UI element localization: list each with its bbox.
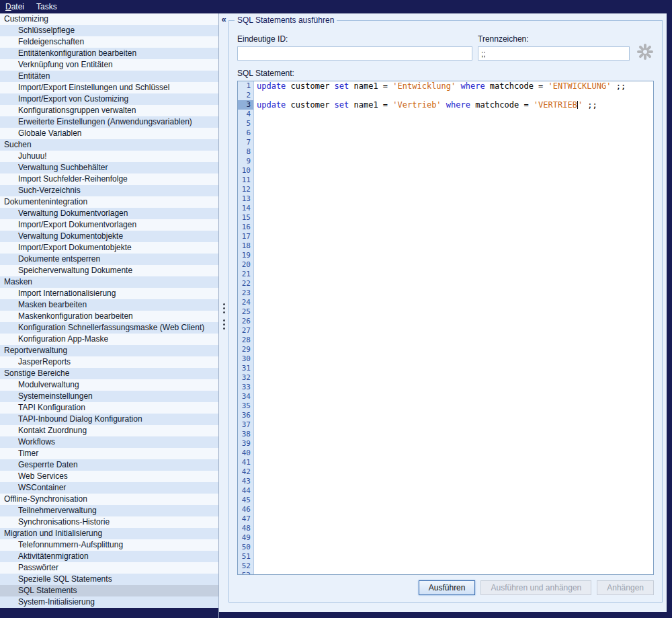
code-line [257,392,653,401]
line-number: 39 [238,439,253,449]
code-area[interactable]: update customer set name1 = 'Entwicklung… [254,81,653,574]
sql-editor[interactable]: 1234567891011121314151617181920212223242… [237,81,654,575]
sidebar-item[interactable]: Import Suchfelder-Reihenfolge [0,173,218,185]
sidebar-item[interactable]: Import/Export von Customizing [0,93,218,105]
code-line [257,260,653,270]
sidebar-item[interactable]: Kontakt Zuordnung [0,425,218,436]
sidebar-item[interactable]: Workflows [0,436,218,448]
unique-id-label: Eindeutige ID: [237,34,472,44]
sidebar-category[interactable]: Dokumentenintegration [0,196,218,208]
sidebar-item[interactable]: Speicherverwaltung Dokumente [0,265,218,276]
settings-gear-icon[interactable] [631,43,654,61]
sidebar-item[interactable]: Juhuuu! [0,151,218,162]
sidebar-category[interactable]: Migration und Initialisierung [0,528,218,539]
main-area: CustomizingSchlüsselpflegeFeldeigenschaf… [0,13,672,618]
sidebar-item[interactable]: Verwaltung Suchbehälter [0,162,218,173]
code-line [257,420,653,430]
sidebar-item[interactable]: Import/Export Dokumentobjekte [0,242,218,254]
sidebar-item[interactable]: Verwaltung Dokumentvorlagen [0,208,218,219]
collapse-sidebar-icon[interactable]: « [221,15,226,24]
code-line [257,373,653,383]
sidebar-item[interactable]: Konfiguration Schnellerfassungsmaske (We… [0,322,218,334]
sidebar-item[interactable]: Passwörter [0,562,218,574]
sidebar-item[interactable]: Konfiguration App-Maske [0,334,218,345]
sidebar-item[interactable]: Synchronisations-Historie [0,516,218,528]
sidebar-item[interactable]: Such-Verzeichnis [0,185,218,196]
sidebar-item[interactable]: Teilnehmerverwaltung [0,505,218,516]
sidebar-item[interactable]: Konfigurationsgruppen verwalten [0,105,218,116]
line-number: 5 [238,119,253,128]
line-number: 45 [238,496,253,505]
sidebar-item[interactable]: Import/Export Einstellungen und Schlüsse… [0,82,218,93]
sidebar-item[interactable]: Verwaltung Dokumentobjekte [0,231,218,242]
code-line [257,204,653,213]
line-number: 50 [238,543,253,552]
sidebar-category[interactable]: Reportverwaltung [0,345,218,356]
sidebar-item[interactable]: TAPI Konfiguration [0,402,218,414]
sidebar-category[interactable]: Masken [0,276,218,288]
sidebar-item[interactable]: Timer [0,448,218,459]
splitter[interactable]: « [219,13,228,612]
sidebar-item[interactable]: Systemeinstellungen [0,391,218,402]
sidebar-item[interactable]: Entitätenkonfiguration bearbeiten [0,48,218,59]
code-line [257,213,653,223]
line-number: 29 [238,345,253,354]
sidebar-item[interactable]: Gesperrte Daten [0,459,218,471]
code-line [257,439,653,449]
sidebar-item[interactable]: TAPI-Inbound Dialog Konfiguration [0,414,218,425]
code-line [257,354,653,364]
sidebar-item[interactable]: Schlüsselpflege [0,25,218,36]
sidebar-item[interactable]: Telefonnummern-Aufsplittung [0,539,218,551]
code-line [257,543,653,552]
code-line [257,458,653,467]
ausfuehren-und-anhaengen-button[interactable]: Ausführen und anhängen [480,580,591,595]
line-number: 12 [238,185,253,194]
code-line [257,194,653,204]
menu-datei[interactable]: Datei [5,2,24,11]
sidebar-item[interactable]: Import/Export Dokumentvorlagen [0,219,218,231]
sidebar-item[interactable]: Globale Variablen [0,128,218,139]
sidebar-item[interactable]: Spezielle SQL Statements [0,574,218,585]
code-line [257,411,653,420]
sidebar-category[interactable]: Customizing [0,13,218,25]
ausfuehren-button[interactable]: Ausführen [419,580,476,595]
sidebar-category[interactable]: Sonstige Bereiche [0,368,218,379]
sidebar-item[interactable]: JasperReports [0,356,218,368]
sidebar-item[interactable]: Aktivitätenmigration [0,551,218,562]
splitter-grip-icon[interactable] [223,303,225,334]
line-number: 35 [238,401,253,411]
sidebar-item[interactable]: Masken bearbeiten [0,299,218,311]
sidebar-item[interactable]: Erweiterte Einstellungen (Anwendungsvari… [0,116,218,128]
sidebar-item[interactable]: Web Services [0,471,218,482]
sidebar-item[interactable]: Feldeigenschaften [0,36,218,48]
code-line [257,270,653,279]
anhaengen-button[interactable]: Anhängen [597,580,654,595]
sidebar-item[interactable]: Modulverwaltung [0,379,218,391]
sidebar-item[interactable]: Dokumente entsperren [0,254,218,265]
sidebar-item[interactable]: System-Initialisierung [0,596,218,608]
code-line [257,477,653,486]
code-line [257,223,653,232]
menu-tasks[interactable]: Tasks [36,2,57,11]
unique-id-input[interactable] [237,46,472,61]
sidebar-item[interactable]: Verknüpfung von Entitäten [0,59,218,71]
line-number: 25 [238,307,253,317]
sidebar-item[interactable]: WSContainer [0,482,218,494]
code-line [257,241,653,251]
separator-input[interactable] [478,46,630,61]
code-line [257,514,653,524]
fields-row: Eindeutige ID: Trennzeichen: [237,34,654,61]
groupbox-title: SQL Statements ausführen [235,15,337,25]
sidebar-item[interactable]: Maskenkonfiguration bearbeiten [0,311,218,322]
line-number: 38 [238,430,253,439]
menu-datei-rest: atei [11,2,24,11]
sidebar-item[interactable]: SQL Statements [0,585,218,596]
code-line [257,128,653,138]
unique-id-field: Eindeutige ID: [237,34,472,61]
line-number-gutter: 1234567891011121314151617181920212223242… [238,81,254,574]
sidebar-category[interactable]: Suchen [0,139,218,151]
sidebar-category[interactable]: Offline-Synchronisation [0,494,218,505]
sidebar-item[interactable]: Import Internationalisierung [0,288,218,299]
navigation-sidebar: CustomizingSchlüsselpflegeFeldeigenschaf… [0,13,219,618]
sidebar-item[interactable]: Entitäten [0,71,218,82]
